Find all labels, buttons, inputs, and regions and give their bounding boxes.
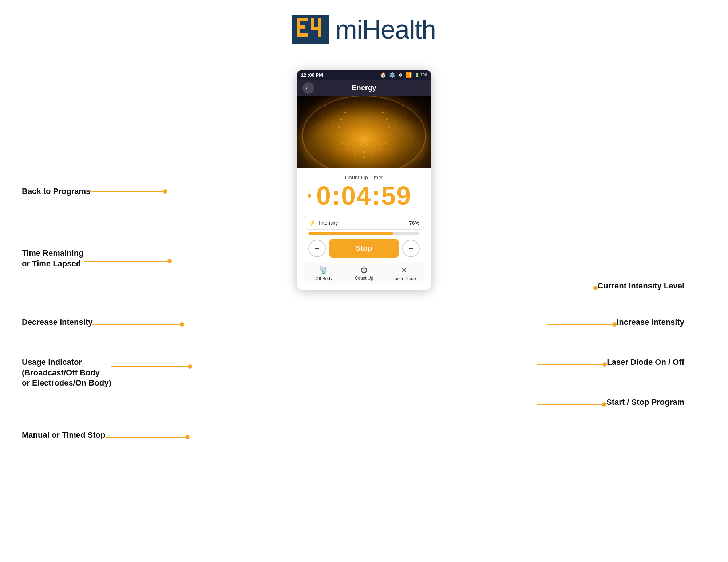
intensity-bar-container[interactable] — [308, 232, 420, 235]
svg-point-53 — [322, 113, 323, 114]
svg-point-7 — [363, 157, 365, 158]
svg-point-43 — [363, 142, 365, 144]
gear-icon: ⚙️ — [389, 72, 395, 78]
ann-time-label: Time Remainingor Time Lapsed — [22, 248, 84, 268]
svg-point-60 — [407, 154, 408, 154]
tab-count-up[interactable]: ⏻ Count Up — [344, 262, 384, 284]
svg-point-57 — [316, 139, 317, 140]
svg-point-30 — [342, 104, 343, 105]
svg-point-28 — [332, 120, 333, 121]
hero-area — [297, 96, 431, 168]
bottom-tabs: 📡 Off Body ⏻ Count Up ✕ Laser Diode — [304, 262, 424, 284]
bluetooth-icon: ✲ — [398, 72, 403, 78]
svg-point-52 — [402, 106, 403, 107]
stop-button[interactable]: Stop — [329, 239, 399, 258]
ann-start-label: Start / Stop Program — [606, 398, 684, 407]
timer-dot — [308, 194, 311, 198]
header-bar: ← Energy — [297, 80, 431, 96]
svg-point-31 — [375, 163, 376, 164]
ann-increase-label: Increase Intensity — [617, 318, 684, 327]
svg-point-44 — [353, 135, 354, 136]
battery-value: 100 — [420, 73, 427, 77]
svg-point-23 — [353, 163, 354, 164]
ann-decrease-label: Decrease Intensity — [22, 318, 92, 327]
home-icon: 🏠 — [380, 72, 386, 78]
svg-point-54 — [405, 113, 406, 114]
svg-point-29 — [336, 111, 337, 112]
laser-diode-icon: ✕ — [401, 266, 407, 275]
ann-laser-diode: Laser Diode On / Off — [607, 357, 684, 368]
svg-point-40 — [376, 128, 377, 129]
svg-rect-2 — [297, 25, 305, 29]
timer-label: Count Up Timer — [304, 174, 424, 180]
svg-point-37 — [392, 111, 393, 112]
off-body-icon: 📡 — [319, 266, 328, 275]
svg-point-50 — [371, 139, 372, 140]
svg-point-17 — [385, 142, 387, 144]
svg-point-61 — [347, 103, 348, 103]
svg-point-39 — [351, 128, 352, 129]
svg-point-34 — [395, 140, 396, 141]
main-content: 12 :00 PM 🏠 ⚙️ ✲ 📶 🔋 100 ← Energy — [0, 52, 728, 543]
logo-e4l — [292, 15, 329, 44]
svg-point-36 — [395, 120, 396, 121]
hero-particles — [297, 96, 431, 168]
svg-rect-1 — [297, 18, 308, 21]
header-title: Energy — [352, 84, 376, 92]
svg-rect-3 — [297, 33, 308, 37]
increase-intensity-button[interactable]: + — [402, 240, 420, 257]
svg-point-38 — [385, 104, 387, 105]
svg-point-12 — [338, 127, 340, 128]
logo-container: miHealth — [292, 15, 436, 44]
svg-point-62 — [380, 103, 381, 103]
svg-point-8 — [354, 154, 356, 155]
status-time: 12 :00 PM — [301, 72, 323, 78]
tab-laser-diode[interactable]: ✕ Laser Diode — [384, 262, 424, 284]
svg-point-47 — [360, 144, 361, 146]
svg-point-56 — [409, 124, 410, 125]
ann-manual-label: Manual or Timed Stop — [22, 430, 105, 439]
svg-point-48 — [367, 144, 368, 146]
ann-decrease-intensity: Decrease Intensity — [22, 317, 92, 328]
tab-off-body[interactable]: 📡 Off Body — [304, 262, 344, 284]
svg-point-35 — [397, 130, 398, 131]
svg-point-14 — [344, 112, 346, 113]
svg-point-13 — [340, 119, 342, 120]
svg-point-45 — [375, 135, 376, 136]
svg-point-51 — [325, 106, 326, 107]
intensity-value: 76% — [409, 220, 419, 226]
svg-point-19 — [388, 127, 390, 128]
intensity-lightning-icon: ⚡ — [309, 219, 316, 226]
svg-point-32 — [384, 156, 385, 158]
svg-point-59 — [320, 154, 321, 154]
status-bar: 12 :00 PM 🏠 ⚙️ ✲ 📶 🔋 100 — [297, 70, 431, 80]
svg-point-63 — [333, 99, 333, 100]
svg-point-10 — [341, 142, 343, 144]
svg-point-22 — [364, 166, 365, 167]
intensity-row: ⚡ Intensity 76% — [304, 216, 424, 230]
decrease-intensity-button[interactable]: − — [308, 240, 326, 257]
logo-text: miHealth — [335, 15, 436, 44]
ann-manual-timed-stop: Manual or Timed Stop — [22, 430, 105, 441]
ann-usage-indicator: Usage Indicator(Broadcast/Off Bodyor Ele… — [22, 357, 111, 388]
wifi-icon: 📶 — [405, 72, 412, 78]
ann-usage-label: Usage Indicator(Broadcast/Off Bodyor Ele… — [22, 358, 111, 387]
e4l-svg-icon — [296, 16, 325, 38]
ann-increase-intensity: Increase Intensity — [617, 317, 684, 328]
tab-count-up-label: Count Up — [355, 276, 373, 281]
svg-point-27 — [331, 130, 332, 131]
timer-display: 0:04:59 — [304, 183, 424, 209]
back-button[interactable]: ← — [302, 82, 314, 94]
intensity-bar-fill — [308, 232, 393, 235]
svg-point-20 — [386, 119, 388, 120]
logo-area: miHealth — [0, 0, 728, 52]
svg-point-18 — [388, 135, 389, 136]
tab-laser-diode-label: Laser Diode — [392, 276, 416, 281]
logo-e4l-box — [292, 15, 329, 44]
svg-point-25 — [336, 149, 337, 150]
svg-point-24 — [344, 156, 345, 158]
svg-point-15 — [372, 154, 374, 155]
svg-point-21 — [382, 112, 384, 113]
svg-point-49 — [356, 139, 357, 140]
ann-time-remaining: Time Remainingor Time Lapsed — [22, 248, 84, 269]
